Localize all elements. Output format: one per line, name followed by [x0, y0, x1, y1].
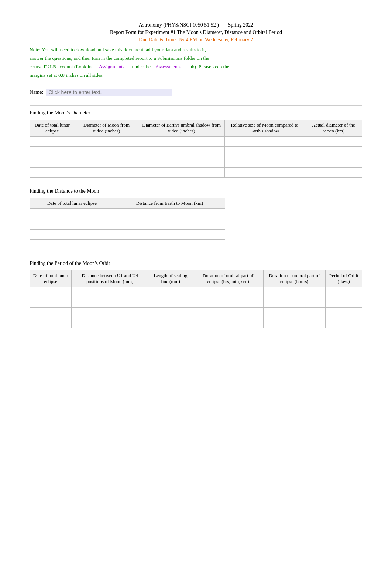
note-text6: margins set at 0.8 inches on all sides.: [30, 72, 103, 78]
table-row: [30, 136, 362, 146]
s2-col1-header: Date of total lunar eclipse: [30, 198, 114, 208]
table-row: [30, 239, 225, 250]
s3-col3-header: Length of scaling line (mm): [148, 270, 193, 287]
table-row: [30, 219, 225, 229]
note-text1: Note: You will need to download and save…: [30, 47, 206, 52]
report-title: Report Form for Experiment #1 The Moon's…: [30, 30, 362, 35]
section3-header-row: Date of total lunar eclipse Distance bet…: [30, 270, 362, 287]
section2-header-row: Date of total lunar eclipse Distance fro…: [30, 198, 225, 208]
page-container: Astronomy (PHYS/NSCI 1050 51 52 ) Spring…: [30, 22, 362, 328]
table-row: [30, 146, 362, 157]
semester: Spring 2022: [228, 22, 254, 28]
table-row: [30, 167, 362, 177]
table-row: [30, 307, 362, 318]
table-row: [30, 208, 225, 219]
col2-header: Diameter of Moon from video (inches): [75, 120, 138, 136]
section3-title: Finding the Period of the Moon's Orbit: [30, 261, 362, 266]
table-row: [30, 318, 362, 328]
section1-header-row: Date of total lunar eclipse Diameter of …: [30, 120, 362, 136]
s3-col6-header: Period of Orbit (days): [325, 270, 362, 287]
note-block: Note: You will need to download and save…: [30, 46, 362, 80]
section1-title: Finding the Moon's Diameter: [30, 110, 362, 116]
col4-header: Relative size of Moon compared to Earth'…: [225, 120, 305, 136]
section3-table: Date of total lunar eclipse Distance bet…: [30, 270, 362, 328]
assessments-link[interactable]: Assessments: [155, 64, 181, 69]
s3-col4-header: Duration of umbral part of eclipse (hrs,…: [193, 270, 263, 287]
assignments-link[interactable]: Assignments: [99, 64, 124, 69]
note-text3: course D2LB account (Look in: [30, 64, 92, 69]
s2-col2-header: Distance from Earth to Moon (km): [114, 198, 225, 208]
section2-title: Finding the Distance to the Moon: [30, 188, 362, 194]
table-row: [30, 297, 362, 307]
note-text4: under the: [132, 64, 151, 69]
section1-table: Date of total lunar eclipse Diameter of …: [30, 120, 362, 178]
table-row: [30, 157, 362, 167]
section2-table: Date of total lunar eclipse Distance fro…: [30, 198, 225, 250]
s3-col5-header: Duration of umbral part of eclipse (hour…: [263, 270, 325, 287]
s3-col1-header: Date of total lunar eclipse: [30, 270, 72, 287]
table-row: [30, 287, 362, 297]
s3-col2-header: Distance between U1 and U4 positions of …: [72, 270, 148, 287]
table-row: [30, 229, 225, 239]
note-text2: answer the questions, and then turn in t…: [30, 55, 209, 61]
col3-header: Diameter of Earth's umbral shadow from v…: [138, 120, 225, 136]
name-label: Name:: [30, 89, 43, 95]
col5-header: Actual diameter of the Moon (km): [305, 120, 362, 136]
name-row: Name:: [30, 89, 362, 96]
name-input[interactable]: [46, 89, 172, 96]
col1-header: Date of total lunar eclipse: [30, 120, 75, 136]
due-date: Due Date & Time: By 4 PM on Wednesday, F…: [30, 37, 362, 43]
course-header: Astronomy (PHYS/NSCI 1050 51 52 ) Spring…: [30, 22, 362, 28]
course-title: Astronomy (PHYS/NSCI 1050 51 52 ): [139, 22, 219, 28]
name-section: Name:: [30, 89, 362, 106]
note-text5: tab). Please keep the: [188, 64, 229, 69]
